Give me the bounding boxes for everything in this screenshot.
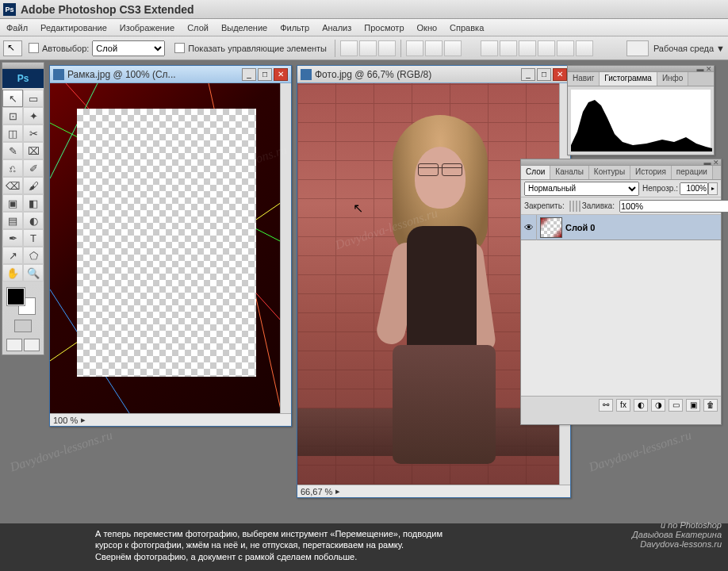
autoselect-dropdown[interactable]: Слой [92, 40, 165, 56]
align-icon[interactable] [340, 40, 358, 56]
layer-thumbnail[interactable] [540, 217, 562, 238]
workspace-label[interactable]: Рабочая среда ▼ [653, 44, 725, 53]
menu-filter[interactable]: Фильтр [274, 23, 316, 33]
panel-close-icon[interactable]: ▬ ✕ [703, 159, 719, 167]
tab-channels[interactable]: Каналы [550, 166, 589, 179]
tab-paths[interactable]: Контуры [589, 166, 630, 179]
new-group-icon[interactable]: ▭ [669, 399, 683, 412]
tool-button[interactable]: ◧ [23, 194, 44, 212]
tool-button[interactable]: ▭ [23, 90, 44, 107]
tool-button[interactable]: ✋ [2, 264, 23, 282]
maximize-button[interactable]: □ [537, 68, 551, 81]
fill-input[interactable] [619, 200, 728, 213]
transparent-region [77, 109, 256, 377]
adjustment-layer-icon[interactable]: ◑ [651, 399, 665, 412]
document-canvas-area[interactable] [50, 83, 291, 413]
new-layer-icon[interactable]: ▣ [686, 399, 700, 412]
layer-mask-icon[interactable]: ◐ [634, 399, 648, 412]
layer-style-icon[interactable]: fx [616, 399, 630, 412]
tool-button[interactable]: ✒ [2, 229, 23, 247]
menu-analysis[interactable]: Анализ [316, 23, 358, 33]
move-tool-icon[interactable] [3, 40, 22, 56]
tool-button[interactable]: ✂ [23, 125, 44, 142]
align-icon[interactable] [444, 40, 462, 56]
close-button[interactable]: ✕ [553, 68, 567, 81]
zoom-level[interactable]: 100 % [53, 416, 78, 425]
color-swatches[interactable] [2, 285, 44, 316]
tool-button[interactable]: ▤ [2, 212, 23, 229]
window-titlebar[interactable]: Фото.jpg @ 66,7% (RGB/8) _ □ ✕ [297, 66, 570, 83]
screen-mode-icon[interactable] [24, 339, 40, 351]
tool-button[interactable]: ✦ [23, 107, 44, 125]
opacity-arrow[interactable]: ▸ [708, 182, 718, 195]
menu-layer[interactable]: Слой [181, 23, 215, 33]
tool-button[interactable]: ◫ [2, 125, 23, 142]
menu-image[interactable]: Изображение [113, 23, 181, 33]
menu-edit[interactable]: Редактирование [34, 23, 113, 33]
layer-name[interactable]: Слой 0 [565, 223, 595, 232]
tab-actions[interactable]: перации [672, 166, 713, 179]
link-layers-icon[interactable]: ⚯ [599, 399, 613, 412]
maximize-button[interactable]: □ [258, 68, 272, 81]
opacity-input[interactable] [680, 182, 708, 195]
tab-history[interactable]: История [630, 166, 672, 179]
tab-navigator[interactable]: Навиг [568, 72, 600, 86]
window-title: Рамка.jpg @ 100% (Сл... [67, 69, 240, 80]
histogram-display [571, 90, 711, 151]
align-icon[interactable] [359, 40, 377, 56]
show-controls-checkbox[interactable] [174, 43, 185, 53]
distribute-icon[interactable] [481, 40, 498, 56]
lock-all-icon[interactable] [579, 201, 580, 212]
lock-position-icon[interactable] [576, 201, 577, 212]
panel-close-icon[interactable]: ▬ ✕ [696, 65, 712, 73]
lock-transparency-icon[interactable] [569, 201, 571, 212]
standard-mode-icon[interactable] [14, 320, 32, 332]
tool-button[interactable]: ⬠ [23, 247, 44, 264]
align-icon[interactable] [425, 40, 443, 56]
menu-window[interactable]: Окно [411, 23, 444, 33]
foreground-color[interactable] [7, 288, 25, 305]
screen-mode-icon[interactable] [6, 339, 22, 351]
menu-file[interactable]: Файл [0, 23, 34, 33]
menu-select[interactable]: Выделение [215, 23, 274, 33]
align-icon[interactable] [378, 40, 396, 56]
menu-view[interactable]: Просмотр [358, 23, 410, 33]
lock-pixels-icon[interactable] [573, 201, 574, 212]
tool-button[interactable]: ↗ [2, 247, 23, 264]
tool-button[interactable]: ✐ [23, 159, 44, 177]
tab-histogram[interactable]: Гистограмма [600, 72, 657, 86]
minimize-button[interactable]: _ [521, 68, 535, 81]
tab-layers[interactable]: Слои [521, 166, 550, 179]
minimize-button[interactable]: _ [242, 68, 256, 81]
align-icon[interactable] [406, 40, 423, 56]
visibility-icon[interactable]: 👁 [521, 215, 537, 240]
tool-button[interactable]: 🔍 [23, 264, 44, 282]
tool-button[interactable]: ⊡ [2, 107, 23, 125]
fill-label: Заливка: [582, 201, 615, 210]
doc-icon[interactable] [626, 40, 649, 56]
zoom-level[interactable]: 66,67 % [301, 487, 332, 496]
distribute-icon[interactable] [538, 40, 555, 56]
distribute-icon[interactable] [519, 40, 536, 56]
vertical-scrollbar[interactable] [280, 83, 291, 413]
close-button[interactable]: ✕ [274, 68, 288, 81]
tool-button[interactable]: ⌧ [23, 142, 44, 159]
window-titlebar[interactable]: Рамка.jpg @ 100% (Сл... _ □ ✕ [50, 66, 291, 83]
tool-button[interactable]: ↖ [2, 90, 23, 107]
tool-button[interactable]: ◐ [23, 212, 44, 229]
blend-mode-dropdown[interactable]: Нормальный [524, 182, 639, 196]
tool-button[interactable]: T [23, 229, 44, 247]
tool-button[interactable]: ▣ [2, 194, 23, 212]
distribute-icon[interactable] [557, 40, 574, 56]
autoselect-checkbox[interactable] [29, 43, 39, 53]
delete-layer-icon[interactable]: 🗑 [703, 399, 718, 412]
tool-button[interactable]: ⌫ [2, 177, 23, 194]
tool-button[interactable]: ⎌ [2, 159, 23, 177]
tool-button[interactable]: ✎ [2, 142, 23, 159]
layer-row[interactable]: 👁 Слой 0 [521, 215, 721, 240]
tool-button[interactable]: 🖌 [23, 177, 44, 194]
distribute-icon[interactable] [576, 40, 593, 56]
distribute-icon[interactable] [500, 40, 517, 56]
menu-help[interactable]: Справка [443, 23, 490, 33]
tab-info[interactable]: Инфо [657, 72, 689, 86]
